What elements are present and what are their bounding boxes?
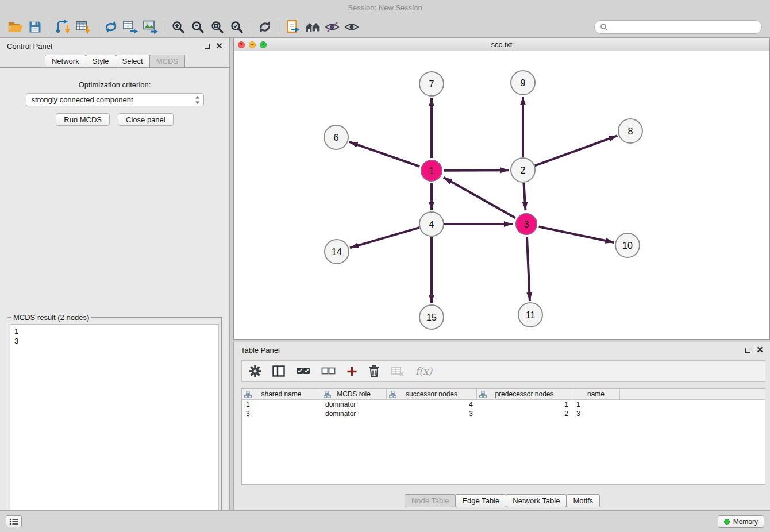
save-floppy-icon	[29, 21, 41, 33]
table-panel-close-button[interactable]	[757, 346, 763, 354]
delete-table-button[interactable]	[391, 365, 405, 377]
graph-node-9[interactable]: 9	[511, 71, 535, 95]
cell-shared-name: 3	[242, 410, 321, 418]
import-network-icon	[56, 20, 71, 34]
graph-edge-4-14[interactable]	[350, 228, 419, 248]
column-header-shared-name[interactable]: shared name	[242, 389, 321, 399]
table-panel: Table Panel	[233, 342, 770, 510]
show-hidden-panels-button[interactable]	[6, 515, 22, 527]
column-header-predecessor-nodes[interactable]: predecessor nodes	[477, 389, 572, 399]
node-label: 1	[429, 166, 434, 176]
open-document-button[interactable]	[283, 18, 303, 36]
show-columns-button[interactable]	[272, 365, 285, 377]
column-label: MCDS role	[337, 390, 371, 398]
new-network-icon	[103, 20, 118, 34]
mcds-result-list[interactable]: 1 3	[10, 324, 219, 531]
function-builder-button[interactable]: f(x)	[415, 365, 432, 377]
graph-node-7[interactable]: 7	[419, 72, 444, 96]
network-canvas[interactable]: 7968124314101511	[234, 51, 769, 338]
cell-mcds-role: dominator	[321, 410, 387, 418]
select-all-button[interactable]	[296, 367, 310, 376]
tab-node-table[interactable]: Node Table	[405, 494, 456, 507]
graph-node-10[interactable]: 10	[615, 233, 640, 257]
criterion-select[interactable]: strongly connected component	[26, 93, 204, 106]
show-graphics-button[interactable]	[342, 18, 361, 36]
graph-edge-1-2[interactable]	[444, 170, 509, 171]
first-neighbors-button[interactable]	[303, 18, 322, 36]
tab-style[interactable]: Style	[86, 55, 116, 67]
main-toolbar	[0, 16, 770, 38]
minimize-window-button[interactable]	[249, 41, 256, 48]
column-header-mcds-role[interactable]: MCDS role	[321, 389, 387, 399]
close-window-button[interactable]	[238, 41, 245, 48]
graph-node-1[interactable]: 1	[421, 160, 442, 181]
apply-layout-button[interactable]	[255, 18, 275, 36]
graph-node-11[interactable]: 11	[518, 303, 542, 327]
search-input[interactable]	[611, 22, 756, 31]
zoom-fit-button[interactable]	[207, 18, 227, 36]
graph-edge-3-10[interactable]	[539, 227, 614, 243]
cell-mcds-role: dominator	[321, 400, 387, 408]
column-label: shared name	[261, 390, 301, 398]
zoom-selected-button[interactable]	[227, 18, 247, 36]
column-header-name[interactable]: name	[572, 389, 620, 399]
search-box[interactable]	[594, 20, 762, 34]
mcds-result-line: 3	[14, 336, 214, 346]
tab-network[interactable]: Network	[45, 55, 86, 67]
tab-edge-table[interactable]: Edge Table	[455, 494, 506, 507]
open-session-button[interactable]	[6, 18, 25, 36]
graph-node-2[interactable]: 2	[511, 158, 535, 182]
graph-edge-2-3[interactable]	[523, 183, 525, 210]
node-label: 8	[628, 126, 633, 136]
network-view-window: scc.txt 7968124314101511	[233, 38, 770, 340]
network-window-titlebar[interactable]: scc.txt	[234, 38, 769, 51]
close-icon	[757, 346, 763, 353]
control-panel-float-button[interactable]	[205, 42, 210, 51]
cell-name: 3	[572, 410, 620, 418]
node-table[interactable]: shared name MCDS role successor nodes pr…	[241, 388, 765, 485]
close-panel-action-button[interactable]: Close panel	[118, 113, 174, 126]
graph-node-3[interactable]: 3	[516, 214, 537, 234]
cell-predecessor-nodes: 1	[477, 400, 572, 408]
memory-button[interactable]: Memory	[718, 515, 764, 528]
column-header-successor-nodes[interactable]: successor nodes	[387, 389, 477, 399]
table-row[interactable]: 1 dominator 4 1 1	[242, 400, 765, 409]
graph-node-4[interactable]: 4	[419, 212, 444, 236]
eye-slash-icon	[325, 21, 340, 33]
column-label: predecessor nodes	[495, 390, 553, 398]
node-label: 14	[332, 247, 342, 257]
graph-edge-1-6[interactable]	[349, 142, 420, 167]
status-bar: Memory	[0, 510, 770, 532]
close-icon	[216, 43, 222, 49]
graph-node-8[interactable]: 8	[618, 119, 642, 143]
maximize-window-button[interactable]	[260, 41, 267, 48]
graph-node-14[interactable]: 14	[325, 240, 349, 264]
deselect-all-button[interactable]	[321, 367, 336, 376]
table-settings-button[interactable]	[249, 365, 261, 377]
annotation-mode-button[interactable]	[322, 18, 342, 36]
table-row[interactable]: 3 dominator 3 2 3	[242, 409, 765, 418]
add-column-button[interactable]	[346, 366, 357, 377]
tab-select[interactable]: Select	[116, 55, 150, 67]
tab-motifs[interactable]: Motifs	[566, 494, 600, 507]
save-session-button[interactable]	[25, 18, 45, 36]
export-image-button[interactable]	[140, 18, 160, 36]
graph-edge-3-11[interactable]	[527, 237, 530, 301]
node-label: 4	[429, 219, 434, 229]
import-network-button[interactable]	[53, 18, 73, 36]
delete-column-button[interactable]	[368, 365, 380, 377]
network-from-table-button[interactable]	[121, 18, 140, 36]
control-panel-close-button[interactable]	[216, 42, 222, 51]
zoom-out-button[interactable]	[188, 18, 207, 36]
graph-edge-2-8[interactable]	[535, 136, 618, 165]
graph-node-6[interactable]: 6	[324, 125, 348, 149]
new-network-button[interactable]	[101, 18, 121, 36]
tab-network-table[interactable]: Network Table	[506, 494, 567, 507]
import-table-button[interactable]	[73, 18, 93, 36]
graph-node-15[interactable]: 15	[419, 305, 444, 329]
run-mcds-button[interactable]: Run MCDS	[56, 113, 110, 126]
tab-mcds[interactable]: MCDS	[149, 55, 185, 67]
zoom-in-button[interactable]	[168, 18, 188, 36]
graph-edge-3-1[interactable]	[444, 178, 515, 218]
table-panel-float-button[interactable]	[745, 346, 750, 354]
